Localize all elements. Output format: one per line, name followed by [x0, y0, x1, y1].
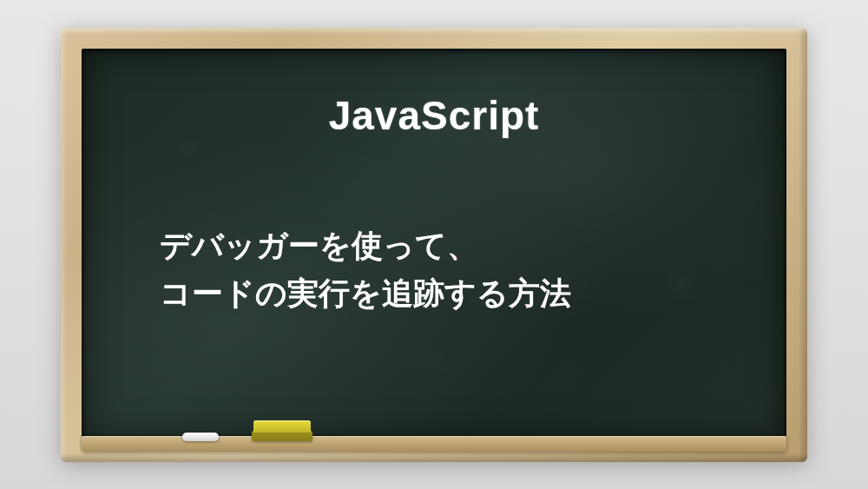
body-line-2: コードの実行を追跡する方法 [160, 269, 734, 318]
body-line-1: デバッガーを使って、 [160, 221, 734, 270]
body-text: デバッガーを使って、 コードの実行を追跡する方法 [134, 221, 734, 319]
title-text: JavaScript [134, 92, 734, 139]
chalk-icon [182, 433, 219, 441]
chalkboard: JavaScript デバッガーを使って、 コードの実行を追跡する方法 [61, 28, 807, 462]
board-content: JavaScript デバッガーを使って、 コードの実行を追跡する方法 [82, 49, 786, 441]
eraser-icon [252, 420, 312, 441]
